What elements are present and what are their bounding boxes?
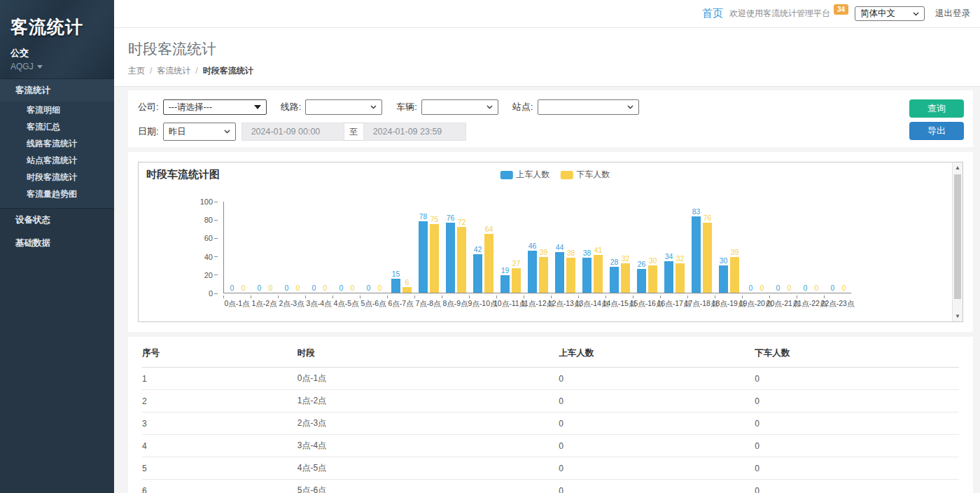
- legend-item[interactable]: 下车人数: [560, 169, 610, 181]
- chart-bar: 6: [402, 287, 412, 293]
- x-axis-label: 3点-4点: [305, 296, 332, 309]
- bar-value-label: 46: [528, 242, 537, 250]
- chart-bar-slot: 3432: [661, 202, 688, 293]
- chart-bar-slot: 00: [306, 202, 333, 293]
- chart-bar: 30: [719, 265, 728, 293]
- logout-link[interactable]: 退出登录: [935, 8, 970, 20]
- chart-bar-slot: 3841: [579, 202, 606, 293]
- y-tick-mark: [214, 202, 218, 202]
- chart-bar: 41: [594, 255, 603, 293]
- x-axis-label: 4点-5点: [332, 296, 360, 309]
- bar-value-label: 28: [610, 258, 619, 266]
- table-cell: 0: [559, 412, 755, 435]
- bar-value-label: 32: [676, 254, 685, 263]
- breadcrumb-parent[interactable]: 客流统计: [157, 66, 190, 76]
- bar-value-label: 0: [312, 284, 316, 292]
- scroll-up-icon[interactable]: ▲: [953, 165, 962, 171]
- sidebar-subitem[interactable]: 客流汇总: [0, 118, 114, 135]
- date-preset-select[interactable]: 昨日: [163, 123, 236, 141]
- bar-value-label: 0: [323, 284, 328, 292]
- sidebar-item[interactable]: 设备状态: [0, 209, 114, 232]
- sidebar-item[interactable]: 基础数据: [0, 232, 114, 255]
- sidebar: 客流统计 公交 AQGJ 客流统计客流明细客流汇总线路客流统计站点客流统计时段客…: [0, 0, 114, 493]
- notification-badge[interactable]: 34: [834, 4, 848, 15]
- app-logo: 客流统计: [10, 15, 114, 39]
- chart-bar-slot: 00: [279, 202, 306, 293]
- y-tick-mark: [214, 275, 218, 275]
- table-cell: 5: [142, 457, 298, 480]
- chart-bar-slot: 00: [797, 202, 825, 293]
- chart-bar: 39: [539, 257, 548, 293]
- table-cell: 0: [559, 390, 755, 412]
- sidebar-item[interactable]: 客流统计: [0, 78, 114, 102]
- x-axis-label: 1点-2点: [251, 296, 278, 309]
- chart-panel: 时段车流统计图 上车人数下车人数 020406080100 0000000000…: [128, 152, 973, 332]
- welcome-text: 欢迎使用客流统计管理平台: [729, 8, 830, 20]
- breadcrumb: 主页/客流统计/时段客流统计: [128, 65, 966, 77]
- sidebar-subitem[interactable]: 客流量趋势图: [0, 186, 114, 202]
- breadcrumb-separator: /: [150, 66, 152, 76]
- language-select[interactable]: 简体中文: [855, 6, 925, 21]
- dropdown-triangle-icon: [254, 105, 261, 109]
- station-select[interactable]: [538, 99, 639, 115]
- bar-value-label: 0: [804, 284, 808, 292]
- vehicle-select[interactable]: [421, 99, 498, 115]
- y-tick-label: 60: [204, 234, 213, 242]
- y-tick-mark: [214, 238, 218, 239]
- filter-panel: 公司: ---请选择--- 线路: 车辆: 站点:: [128, 90, 973, 147]
- y-tick-label: 40: [204, 253, 213, 261]
- company-label: 公司:: [138, 101, 159, 113]
- title-band: 时段客流统计 主页/客流统计/时段客流统计: [114, 28, 980, 87]
- chart-scrollbar[interactable]: ▲ ▼: [952, 162, 962, 321]
- y-tick-mark: [214, 293, 218, 294]
- chart-bar: 38: [566, 258, 575, 293]
- bar-value-label: 39: [540, 248, 548, 256]
- chart-bar: 30: [648, 265, 657, 293]
- table-body: 10点-1点0021点-2点0032点-3点0043点-4点0054点-5点00…: [142, 368, 959, 493]
- line-select[interactable]: [305, 99, 382, 115]
- search-button[interactable]: 查询: [909, 99, 964, 118]
- bar-value-label: 0: [831, 284, 835, 292]
- bar-value-label: 76: [704, 214, 712, 222]
- x-axis-label: 5点-6点: [360, 296, 387, 309]
- bar-value-label: 44: [556, 243, 564, 251]
- x-axis-label: 9点-10点: [469, 296, 496, 309]
- chart-bar-slot: 00: [770, 202, 797, 293]
- bar-value-label: 0: [776, 284, 780, 292]
- chart-bar-slot: 156: [388, 202, 415, 293]
- chevron-down-icon: [627, 105, 634, 109]
- bar-value-label: 42: [474, 245, 482, 254]
- scroll-down-icon[interactable]: ▼: [953, 313, 962, 319]
- chart-y-axis: 020406080100: [139, 202, 223, 293]
- date-to-input[interactable]: 2024-01-09 23:59: [363, 123, 466, 141]
- legend-item[interactable]: 上车人数: [500, 169, 550, 181]
- export-button[interactable]: 导出: [909, 122, 964, 140]
- x-axis-label: 10点-11点: [496, 296, 524, 309]
- chart-legend: 上车人数下车人数: [500, 169, 610, 181]
- sidebar-subitem[interactable]: 客流明细: [0, 102, 114, 118]
- date-from-input[interactable]: 2024-01-09 00:00: [241, 123, 344, 141]
- x-axis-label: 19点-20点: [742, 296, 769, 309]
- breadcrumb-home[interactable]: 主页: [128, 66, 145, 76]
- bar-value-label: 0: [378, 284, 382, 292]
- chart-bar-slot: 00: [333, 202, 360, 293]
- sidebar-subitem[interactable]: 线路客流统计: [0, 135, 114, 152]
- table-cell: 0点-1点: [298, 368, 559, 390]
- scrollbar-thumb[interactable]: [954, 174, 961, 299]
- table-panel: 序号时段上车人数下车人数 10点-1点0021点-2点0032点-3点0043点…: [128, 337, 973, 493]
- home-link[interactable]: 首页: [702, 7, 723, 20]
- chart-bar-slot: 00: [743, 202, 770, 293]
- chart-bar: 46: [528, 251, 537, 293]
- company-select[interactable]: ---请选择---: [163, 99, 267, 115]
- chart-bar-slot: 7672: [442, 202, 470, 293]
- bar-value-label: 6: [405, 278, 410, 286]
- table-cell: 5点-6点: [298, 480, 559, 493]
- sidebar-subitem[interactable]: 站点客流统计: [0, 152, 114, 169]
- y-tick-label: 0: [209, 289, 213, 298]
- sidebar-subitem[interactable]: 时段客流统计: [0, 169, 114, 186]
- chevron-down-icon: [370, 105, 377, 109]
- org-selector[interactable]: AQGJ: [10, 62, 114, 71]
- bar-value-label: 83: [692, 207, 701, 216]
- legend-label: 上车人数: [516, 169, 550, 181]
- x-axis-label-text: 1点-2点: [251, 299, 276, 309]
